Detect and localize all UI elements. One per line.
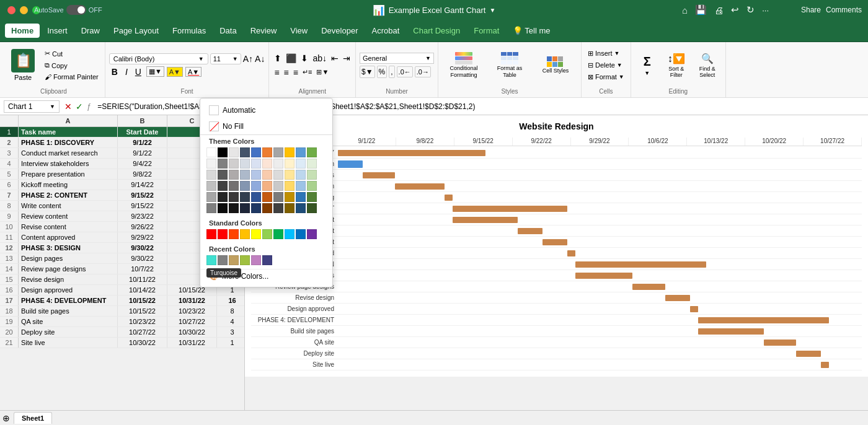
gantt-task-row[interactable]: Design pages bbox=[251, 270, 862, 281]
color-swatch[interactable] bbox=[206, 192, 216, 202]
color-swatch[interactable] bbox=[218, 147, 228, 157]
formula-insert-icon[interactable]: ƒ bbox=[87, 102, 91, 112]
cell-task[interactable]: Deploy site bbox=[19, 327, 118, 337]
gantt-bar[interactable] bbox=[575, 261, 706, 268]
gantt-bar[interactable] bbox=[764, 340, 797, 346]
cell-start-date[interactable]: 9/26/22 bbox=[118, 222, 167, 232]
cell-task[interactable]: Review content bbox=[19, 211, 118, 221]
color-swatch[interactable] bbox=[273, 181, 283, 191]
more-icon[interactable]: ··· bbox=[762, 6, 769, 15]
cell-task[interactable]: Revise design bbox=[19, 274, 118, 284]
gantt-bar[interactable] bbox=[338, 150, 485, 156]
gantt-bar[interactable] bbox=[363, 172, 396, 178]
color-swatch[interactable] bbox=[307, 159, 317, 169]
cell-start-date[interactable]: 9/8/22 bbox=[118, 169, 167, 179]
cell-duration[interactable]: 4 bbox=[217, 317, 245, 326]
cell-start-date[interactable]: 10/14/22 bbox=[118, 285, 167, 295]
conditional-formatting-button[interactable]: Conditional Formatting bbox=[442, 48, 485, 82]
cell-end-date[interactable]: 10/30/22 bbox=[167, 327, 217, 337]
cell-duration[interactable]: 3 bbox=[217, 327, 245, 337]
cell-start-date[interactable]: 10/23/22 bbox=[118, 317, 167, 326]
currency-icon[interactable]: $▼ bbox=[360, 66, 375, 78]
gantt-bar[interactable] bbox=[542, 239, 567, 245]
color-swatch[interactable] bbox=[240, 229, 250, 239]
print-icon[interactable]: 🖨 bbox=[714, 5, 724, 15]
font-color-button[interactable]: A▼ bbox=[185, 67, 202, 77]
gantt-bar[interactable] bbox=[690, 306, 698, 312]
menu-tell-me[interactable]: 💡 Tell me bbox=[507, 24, 556, 38]
gantt-task-row[interactable]: PHASE 2: CONTENT bbox=[251, 203, 862, 214]
indent-decrease-icon[interactable]: ⇤ bbox=[330, 52, 340, 64]
color-swatch[interactable] bbox=[229, 192, 239, 202]
cut-button[interactable]: ✂ Cut bbox=[42, 48, 101, 59]
cell-duration[interactable]: 16 bbox=[217, 296, 245, 305]
cell-start-date[interactable]: 9/23/22 bbox=[118, 211, 167, 221]
color-swatch[interactable] bbox=[307, 229, 317, 239]
color-swatch[interactable] bbox=[307, 147, 317, 157]
menu-developer[interactable]: Developer bbox=[315, 24, 364, 38]
color-swatch[interactable] bbox=[273, 170, 283, 180]
cell-start-date[interactable]: 9/15/22 bbox=[118, 201, 167, 211]
gantt-bar[interactable] bbox=[453, 206, 567, 212]
gantt-task-row[interactable]: Site live bbox=[251, 359, 862, 370]
gantt-task-row[interactable]: Conduct market research bbox=[251, 159, 862, 170]
menu-review[interactable]: Review bbox=[244, 24, 283, 38]
color-swatch[interactable] bbox=[262, 147, 272, 157]
color-swatch[interactable] bbox=[206, 229, 216, 239]
cell-start-date[interactable]: 9/4/22 bbox=[118, 159, 167, 169]
cell-end-date[interactable]: 10/27/22 bbox=[167, 317, 217, 326]
color-swatch[interactable] bbox=[307, 203, 317, 213]
gantt-bar[interactable] bbox=[567, 250, 575, 256]
italic-button[interactable]: I bbox=[123, 66, 130, 77]
automatic-color-item[interactable]: Automatic bbox=[200, 102, 332, 118]
color-swatch[interactable] bbox=[296, 192, 306, 202]
color-swatch[interactable] bbox=[307, 192, 317, 202]
menu-data[interactable]: Data bbox=[213, 24, 242, 38]
menu-formulas[interactable]: Formulas bbox=[166, 24, 212, 38]
color-swatch[interactable] bbox=[296, 147, 306, 157]
gantt-bar[interactable] bbox=[338, 160, 363, 168]
color-swatch[interactable] bbox=[273, 147, 283, 157]
table-row[interactable]: 18 Build site pages 10/15/22 10/23/22 8 bbox=[0, 306, 244, 317]
formula-cancel-icon[interactable]: ✕ bbox=[64, 102, 72, 112]
color-swatch[interactable] bbox=[218, 203, 228, 213]
paste-button[interactable]: 📋 Paste bbox=[6, 46, 40, 84]
color-swatch[interactable] bbox=[240, 170, 250, 180]
color-swatch[interactable] bbox=[296, 229, 306, 239]
bold-button[interactable]: B bbox=[109, 66, 120, 77]
menu-insert[interactable]: Insert bbox=[41, 24, 74, 38]
autosave-toggle[interactable] bbox=[66, 5, 86, 15]
color-swatch[interactable] bbox=[206, 181, 216, 191]
gantt-task-row[interactable]: Interview stakeholders bbox=[251, 170, 862, 181]
number-format-select[interactable]: General ▼ bbox=[360, 53, 434, 64]
underline-button[interactable]: U bbox=[133, 66, 144, 77]
color-swatch[interactable] bbox=[229, 159, 239, 169]
menu-home[interactable]: Home bbox=[5, 24, 40, 38]
copy-button[interactable]: ⧉ Copy bbox=[42, 60, 101, 71]
cell-styles-button[interactable]: Cell Styles bbox=[534, 48, 577, 82]
color-swatch[interactable] bbox=[240, 147, 250, 157]
cell-start-date[interactable]: 9/14/22 bbox=[118, 180, 167, 190]
color-swatch[interactable] bbox=[218, 255, 228, 265]
align-left-icon[interactable]: ≡ bbox=[273, 66, 280, 79]
color-swatch[interactable] bbox=[251, 192, 261, 202]
format-button[interactable]: ⊠ Format ▼ bbox=[585, 72, 627, 82]
col-header-b[interactable]: B bbox=[118, 115, 167, 126]
cell-start-date[interactable]: 9/1/22 bbox=[118, 138, 167, 147]
gantt-task-row[interactable]: Kickoff meeting bbox=[251, 192, 862, 203]
menu-page-layout[interactable]: Page Layout bbox=[107, 24, 165, 38]
color-swatch[interactable] bbox=[296, 203, 306, 213]
cell-start-date[interactable]: 9/15/22 bbox=[118, 190, 167, 200]
table-row[interactable]: 19 QA site 10/23/22 10/27/22 4 bbox=[0, 317, 244, 327]
color-swatch[interactable] bbox=[262, 203, 272, 213]
sort-filter-button[interactable]: ↕🔽 Sort & Filter bbox=[662, 46, 691, 84]
gantt-task-row[interactable]: Revise content bbox=[251, 237, 862, 248]
cell-start-date[interactable]: 9/1/22 bbox=[118, 148, 167, 158]
color-swatch[interactable] bbox=[229, 203, 239, 213]
color-swatch[interactable] bbox=[218, 181, 228, 191]
color-swatch[interactable] bbox=[262, 170, 272, 180]
cell-task[interactable]: Design approved bbox=[19, 285, 118, 295]
cell-end-date[interactable]: 10/23/22 bbox=[167, 306, 217, 316]
gantt-bar[interactable] bbox=[445, 195, 453, 201]
cell-task[interactable]: Design pages bbox=[19, 253, 118, 263]
